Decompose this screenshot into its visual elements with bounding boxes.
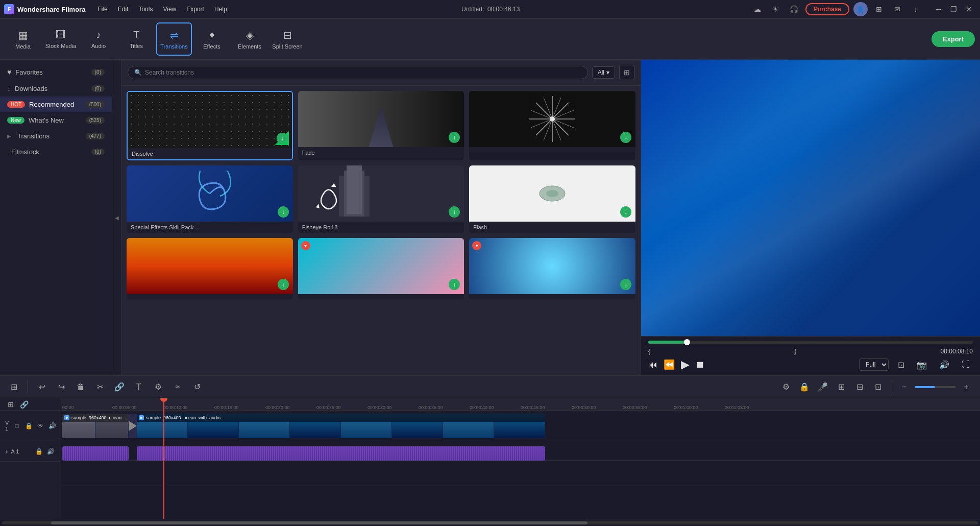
cloud-icon[interactable]: ☁ bbox=[750, 2, 765, 16]
tl-speed-btn[interactable]: ⊡ bbox=[870, 379, 886, 395]
grid-item-fade[interactable]: ↓ Fade bbox=[298, 91, 464, 160]
flash-download-btn[interactable]: ↓ bbox=[620, 206, 631, 218]
toolbar-split-screen[interactable]: ⊟ Split Screen bbox=[270, 22, 305, 56]
grid-view-toggle[interactable]: ⊞ bbox=[619, 65, 634, 80]
fullscreen-button[interactable]: ⛶ bbox=[959, 359, 973, 370]
bracket-left[interactable]: { bbox=[648, 348, 650, 355]
special-download-btn[interactable]: ↓ bbox=[278, 206, 289, 218]
timeline-adjust-btn[interactable]: ⚙ bbox=[151, 379, 166, 395]
search-input[interactable] bbox=[145, 69, 581, 76]
timeline-add-btn[interactable]: ⊞ bbox=[6, 379, 21, 395]
toolbar-titles[interactable]: T Titles bbox=[118, 22, 154, 56]
volume-button[interactable]: 🔊 bbox=[936, 359, 952, 371]
video-clip-1[interactable]: ▶ sample_960x400_ocean... bbox=[62, 414, 129, 438]
link-toggle-btn[interactable]: 🔗 bbox=[18, 399, 30, 410]
toolbar-elements[interactable]: ◈ Elements bbox=[232, 22, 267, 56]
timeline-hist-btn[interactable]: ↺ bbox=[189, 379, 205, 395]
minimize-button[interactable]: ─ bbox=[931, 2, 945, 16]
video-clip-2[interactable]: ▶ sample_960x400_ocean_with_audio... bbox=[137, 414, 545, 438]
v1-settings-btn[interactable]: □ bbox=[12, 421, 22, 431]
fit-screen-button[interactable]: ⊡ bbox=[895, 359, 908, 371]
headphone-icon[interactable]: 🎧 bbox=[787, 2, 801, 16]
scrollbar-track[interactable] bbox=[2, 521, 978, 524]
maximize-button[interactable]: ❐ bbox=[946, 2, 961, 16]
audio-clip-2[interactable] bbox=[137, 446, 545, 461]
sidebar-item-favorites[interactable]: ♥ Favorites (0) bbox=[0, 64, 112, 80]
timeline-link-btn[interactable]: 🔗 bbox=[112, 379, 127, 395]
sun-icon[interactable]: ☀ bbox=[769, 2, 783, 16]
progress-handle[interactable] bbox=[684, 339, 690, 345]
bracket-right[interactable]: } bbox=[794, 348, 796, 355]
elements-icon: ◈ bbox=[246, 29, 254, 41]
timeline-cut-btn[interactable]: ✂ bbox=[92, 379, 108, 395]
timeline-undo-btn[interactable]: ↩ bbox=[34, 379, 50, 395]
menu-tools[interactable]: Tools bbox=[134, 5, 157, 14]
grid-item-glow[interactable]: ♥ ↓ bbox=[469, 238, 635, 299]
bottom-scrollbar[interactable] bbox=[0, 519, 980, 526]
play-button[interactable]: ▶ bbox=[681, 358, 690, 371]
a1-lock-btn[interactable]: 🔒 bbox=[34, 446, 44, 457]
download-icon[interactable]: ↓ bbox=[909, 2, 923, 16]
tl-audio-mixer-btn[interactable]: ⊞ bbox=[834, 379, 849, 395]
sidebar-item-recommended[interactable]: HOT Recommended (500) bbox=[0, 97, 112, 112]
export-button[interactable]: Export bbox=[932, 31, 975, 47]
snapshot-button[interactable]: 📷 bbox=[914, 359, 930, 371]
zoom-slider[interactable] bbox=[915, 386, 955, 388]
add-track-btn[interactable]: ⊞ bbox=[5, 399, 16, 410]
tl-lock-btn[interactable]: 🔒 bbox=[797, 379, 812, 395]
tl-settings-btn[interactable]: ⚙ bbox=[778, 379, 794, 395]
toolbar-media[interactable]: ▦ Media bbox=[5, 22, 41, 56]
toolbar-effects[interactable]: ✦ Effects bbox=[194, 22, 230, 56]
grid-item-fire[interactable]: ↓ bbox=[127, 238, 293, 299]
tl-split2-btn[interactable]: ⊟ bbox=[852, 379, 867, 395]
grid-item-fisheye[interactable]: ↓ Fisheye Roll 8 bbox=[298, 165, 464, 233]
menu-export[interactable]: Export bbox=[182, 5, 208, 14]
toolbar-audio[interactable]: ♪ Audio bbox=[81, 22, 116, 56]
quality-select[interactable]: Full 1/2 1/4 bbox=[859, 358, 889, 371]
audio-clip-1[interactable] bbox=[62, 446, 129, 461]
scrollbar-thumb[interactable] bbox=[51, 521, 588, 524]
toolbar-transitions[interactable]: ⇌ Transitions bbox=[156, 22, 192, 56]
menu-file[interactable]: File bbox=[93, 5, 111, 14]
menu-help[interactable]: Help bbox=[210, 5, 231, 14]
user-avatar[interactable]: 👤 bbox=[853, 2, 868, 16]
timeline-title-btn[interactable]: T bbox=[131, 379, 146, 395]
stop-button[interactable]: ⏹ bbox=[696, 360, 705, 370]
grid-item-flash[interactable]: ↓ Flash bbox=[469, 165, 635, 233]
step-back-button[interactable]: ⏪ bbox=[664, 359, 675, 370]
message-icon[interactable]: ✉ bbox=[890, 2, 904, 16]
v1-eye-btn[interactable]: 👁 bbox=[35, 421, 45, 431]
tl-zoom-in-btn[interactable]: + bbox=[959, 379, 974, 395]
layout-icon[interactable]: ⊞ bbox=[872, 2, 886, 16]
grid-item-dissolve[interactable]: ↓ Dissolve bbox=[127, 91, 293, 160]
sidebar-item-transitions[interactable]: ▶ Transitions (477) bbox=[0, 128, 112, 144]
grid-item-starburst[interactable]: ↓ bbox=[469, 91, 635, 160]
sidebar-collapse-btn[interactable]: ◀ bbox=[112, 60, 121, 375]
close-button[interactable]: ✕ bbox=[962, 2, 976, 16]
swirl-svg bbox=[187, 171, 233, 217]
timeline-audio-btn[interactable]: ≈ bbox=[170, 379, 185, 395]
v1-audio-btn[interactable]: 🔊 bbox=[47, 421, 57, 431]
menu-edit[interactable]: Edit bbox=[114, 5, 133, 14]
sidebar-item-whatsnew[interactable]: New What's New (525) bbox=[0, 112, 112, 128]
dissolve-download-btn[interactable]: ↓ bbox=[277, 133, 288, 144]
toolbar-stock-media[interactable]: 🎞 Stock Media bbox=[43, 22, 79, 56]
progress-bar[interactable] bbox=[648, 341, 973, 344]
grid-item-special[interactable]: ↓ Special Effects Skill Pack ... bbox=[127, 165, 293, 233]
timeline-delete-btn[interactable]: 🗑 bbox=[73, 379, 88, 395]
v1-lock-btn[interactable]: 🔒 bbox=[23, 421, 34, 431]
grid-item-teal[interactable]: ♥ ↓ bbox=[298, 238, 464, 299]
starburst-download-btn[interactable]: ↓ bbox=[620, 132, 631, 143]
sidebar-item-downloads[interactable]: ↓ Downloads (0) bbox=[0, 80, 112, 97]
timeline-redo-btn[interactable]: ↪ bbox=[54, 379, 69, 395]
purchase-button[interactable]: Purchase bbox=[805, 3, 849, 15]
sidebar-item-filmstock[interactable]: Filmstock (0) bbox=[0, 144, 112, 160]
tl-zoom-out-btn[interactable]: − bbox=[896, 379, 912, 395]
filter-dropdown[interactable]: All ▾ bbox=[592, 66, 615, 79]
menu-view[interactable]: View bbox=[159, 5, 180, 14]
tl-mic-btn[interactable]: 🎤 bbox=[815, 379, 830, 395]
fire-download-btn[interactable]: ↓ bbox=[278, 279, 289, 290]
a1-audio-btn[interactable]: 🔊 bbox=[45, 446, 56, 457]
rewind-button[interactable]: ⏮ bbox=[648, 360, 657, 370]
glow-download-btn[interactable]: ↓ bbox=[620, 279, 631, 290]
